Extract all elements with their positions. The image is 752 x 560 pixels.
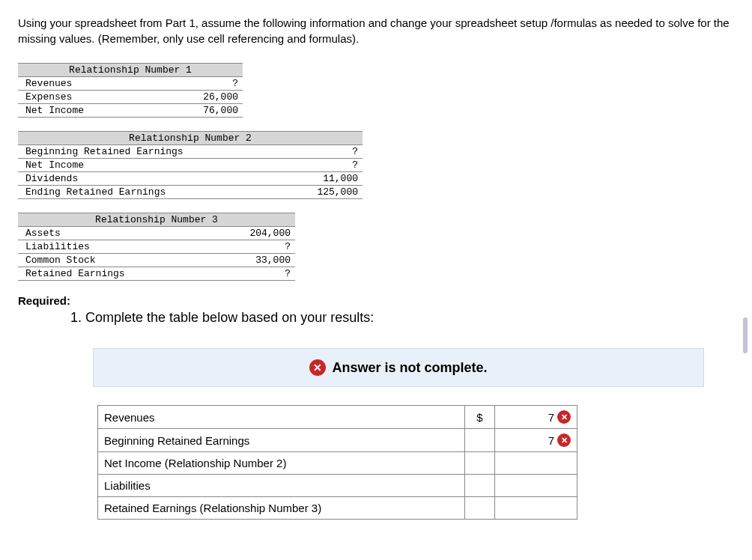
answer-input-cell[interactable]: 7 ✕	[495, 406, 577, 429]
answer-row-label: Revenues	[98, 406, 465, 429]
relationship-1-title: Relationship Number 1	[18, 64, 243, 77]
rel1-row-value: 26,000	[157, 91, 243, 104]
instructions-text: Using your spreadsheet from Part 1, assu…	[18, 15, 734, 46]
answer-row-currency: $	[465, 406, 495, 429]
rel2-row-label: Net Income	[18, 159, 285, 172]
rel2-row-value: 11,000	[285, 172, 363, 186]
rel3-row-value: 33,000	[209, 254, 295, 267]
rel3-row-label: Common Stock	[18, 254, 209, 267]
status-text: Answer is not complete.	[332, 360, 487, 376]
required-label: Required:	[18, 294, 734, 307]
answer-row-currency	[465, 429, 495, 452]
rel1-row-label: Revenues	[18, 77, 157, 91]
rel2-row-label: Dividends	[18, 172, 285, 186]
answer-row-label: Liabilities	[98, 475, 465, 497]
rel2-row-value: ?	[285, 159, 363, 172]
rel3-row-value: ?	[209, 267, 295, 281]
answer-row-label: Retained Earnings (Relationship Number 3…	[98, 497, 465, 520]
question-text: 1. Complete the table below based on you…	[70, 310, 734, 326]
answer-row-currency	[465, 475, 495, 497]
answer-area: ✕ Answer is not complete. Revenues $ 7 ✕…	[93, 348, 704, 520]
wrong-icon: ✕	[557, 410, 571, 424]
answer-input-cell[interactable]	[495, 452, 577, 475]
answer-value: 7	[548, 411, 554, 424]
rel1-row-label: Expenses	[18, 91, 157, 104]
wrong-icon: ✕	[557, 433, 571, 447]
answer-input-cell[interactable]	[495, 497, 577, 520]
rel2-row-label: Ending Retained Earnings	[18, 186, 285, 199]
rel3-row-label: Retained Earnings	[18, 267, 209, 281]
table-row: Net Income (Relationship Number 2)	[98, 452, 577, 475]
relationship-2-title: Relationship Number 2	[18, 132, 363, 145]
answer-table: Revenues $ 7 ✕ Beginning Retained Earnin…	[97, 405, 577, 520]
scrollbar-thumb[interactable]	[743, 317, 748, 353]
relationship-3-title: Relationship Number 3	[18, 213, 295, 227]
answer-value: 7	[548, 434, 554, 447]
relationship-2-block: Relationship Number 2 Beginning Retained…	[18, 131, 734, 199]
answer-row-label: Net Income (Relationship Number 2)	[98, 452, 465, 475]
answer-row-currency	[465, 452, 495, 475]
answer-input-cell[interactable]	[495, 475, 577, 497]
status-banner: ✕ Answer is not complete.	[93, 348, 704, 387]
table-row: Retained Earnings (Relationship Number 3…	[98, 497, 577, 520]
rel2-row-value: 125,000	[285, 186, 363, 199]
answer-input-cell[interactable]: 7 ✕	[495, 429, 577, 452]
rel2-row-label: Beginning Retained Earnings	[18, 145, 285, 159]
table-row: Liabilities	[98, 475, 577, 497]
relationship-3-block: Relationship Number 3 Assets204,000 Liab…	[18, 213, 734, 281]
error-icon: ✕	[309, 359, 326, 376]
rel3-row-value: 204,000	[209, 227, 295, 240]
rel1-row-value: 76,000	[157, 104, 243, 118]
rel3-row-label: Liabilities	[18, 240, 209, 254]
table-row: Beginning Retained Earnings 7 ✕	[98, 429, 577, 452]
rel2-row-value: ?	[285, 145, 363, 159]
rel3-row-label: Assets	[18, 227, 209, 240]
table-row: Revenues $ 7 ✕	[98, 406, 577, 429]
answer-row-label: Beginning Retained Earnings	[98, 429, 465, 452]
rel1-row-value: ?	[157, 77, 243, 91]
relationship-1-block: Relationship Number 1 Revenues? Expenses…	[18, 63, 734, 118]
rel1-row-label: Net Income	[18, 104, 157, 118]
rel3-row-value: ?	[209, 240, 295, 254]
answer-row-currency	[465, 497, 495, 520]
